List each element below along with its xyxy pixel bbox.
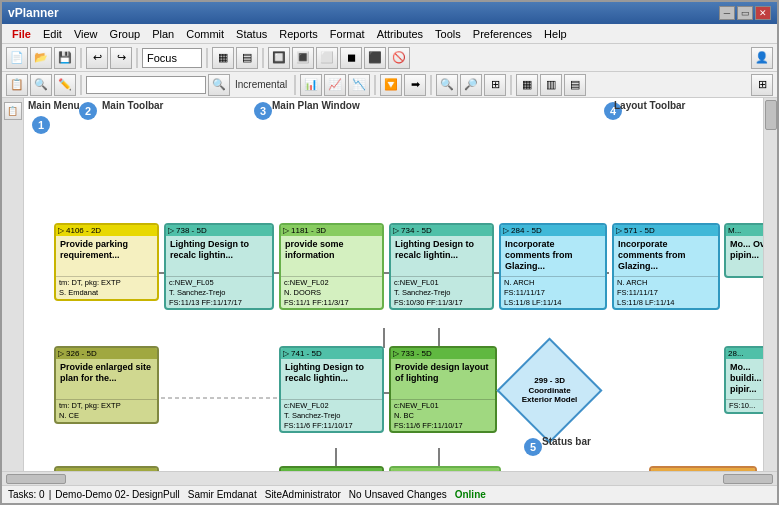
card-id: 284 - 5D [511,226,542,235]
card-icon: ▷ [616,226,622,235]
tb2-btn1[interactable]: 📋 [6,74,28,96]
title-bar: vPlanner ─ ▭ ✕ [2,2,777,24]
annotation-group-3: 3 [254,102,272,120]
grid2-button[interactable]: ▤ [236,47,258,69]
tool5-button[interactable]: ⬛ [364,47,386,69]
zoom-fit-btn[interactable]: ⊞ [484,74,506,96]
minimize-button[interactable]: ─ [719,6,735,20]
hscroll-thumb2[interactable] [723,474,773,484]
card-icon: ▷ [393,349,399,358]
menu-file[interactable]: File [6,26,37,42]
zoom-in-btn[interactable]: 🔎 [460,74,482,96]
tool4-button[interactable]: ◼ [340,47,362,69]
view-btn3[interactable]: 📉 [348,74,370,96]
task-card-736[interactable]: ▷ 736 - 5D Provide design layout of ligh… [279,466,384,471]
card-icon: ▷ [58,226,64,235]
card-footer: c:NEW_FL05T. Sanchez-TrejoFS:11/13 FF:11… [166,276,272,308]
card-title: Mo... buildi... pipir... [726,359,763,399]
window-title: vPlanner [8,6,59,20]
tb2-btn3[interactable]: ✏️ [54,74,76,96]
task-card-732[interactable]: ▷ 732 - 3D New task - Create RPC layout … [389,466,501,471]
menu-reports[interactable]: Reports [273,26,324,42]
task-card-partial-2[interactable]: 28... Mo... buildi... pipir... FS:10... [724,346,763,414]
save-button[interactable]: 💾 [54,47,76,69]
task-card-4106[interactable]: ▷ 4106 - 2D Provide parking requirement.… [54,223,159,301]
task-card-284[interactable]: ▷ 284 - 5D Incorporate comments from Gla… [499,223,607,310]
card-icon: ▷ [58,349,64,358]
new-button[interactable]: 📄 [6,47,28,69]
menu-preferences[interactable]: Preferences [467,26,538,42]
close-button[interactable]: ✕ [755,6,771,20]
vscroll-thumb[interactable] [765,100,777,130]
card-id: 324 - 5D [66,469,97,471]
task-card-1181[interactable]: ▷ 1181 - 3D provide some information c:N… [279,223,384,310]
status-online: Online [455,489,486,500]
task-card-326[interactable]: ▷ 326 - 5D Provide enlarged site plan fo… [54,346,159,424]
card-icon: ▷ [283,469,289,471]
tb2-btn2[interactable]: 🔍 [30,74,52,96]
horizontal-scrollbar[interactable] [2,471,777,485]
menu-status[interactable]: Status [230,26,273,42]
menu-plan[interactable]: Plan [146,26,180,42]
card-id: 738 - 5D [176,226,207,235]
label-main-menu: Main Menu [28,100,80,111]
layout-btn2[interactable]: ▥ [540,74,562,96]
search-input[interactable] [86,76,206,94]
main-window: vPlanner ─ ▭ ✕ File Edit View Group Plan… [0,0,779,505]
zoom-out-btn[interactable]: 🔍 [436,74,458,96]
undo-button[interactable]: ↩ [86,47,108,69]
task-card-571[interactable]: ▷ 571 - 5D Incorporate comments from Gla… [612,223,720,310]
sort-btn[interactable]: ➡ [404,74,426,96]
sidebar-btn1[interactable]: 📋 [4,102,22,120]
card-icon: ▷ [283,349,289,358]
open-button[interactable]: 📂 [30,47,52,69]
hscroll-thumb[interactable] [6,474,66,484]
tool1-button[interactable]: 🔲 [268,47,290,69]
task-card-partial-1[interactable]: M... Mo... Ov... pipin... [724,223,763,278]
card-title: Mo... Ov... pipin... [726,236,763,276]
menu-edit[interactable]: Edit [37,26,68,42]
focus-box[interactable]: Focus [142,48,202,68]
user-button[interactable]: 👤 [751,47,773,69]
task-card-315[interactable]: ▷ 315 - 1D Ceiling coordination meeting … [649,466,757,471]
card-id: 326 - 5D [66,349,97,358]
filter-btn[interactable]: 🔽 [380,74,402,96]
card-footer: tm: DT, pkg: EXTPS. Emdanat [56,276,157,299]
task-card-741[interactable]: ▷ 741 - 5D Lighting Design to recalc lig… [279,346,384,433]
card-title: Incorporate comments from Glazing... [614,236,718,276]
restore-button[interactable]: ▭ [737,6,753,20]
status-separator1: | [49,489,52,500]
menu-group[interactable]: Group [104,26,147,42]
menu-help[interactable]: Help [538,26,573,42]
menu-format[interactable]: Format [324,26,371,42]
task-card-324[interactable]: ▷ 324 - 5D Provide single line diagram f… [54,466,159,471]
vertical-scrollbar[interactable] [763,98,777,471]
plan-canvas[interactable]: 1 Main Menu [24,98,763,471]
menu-commit[interactable]: Commit [180,26,230,42]
view-btn1[interactable]: 📊 [300,74,322,96]
layout-btn3[interactable]: ▤ [564,74,586,96]
card-id: 1181 - 3D [291,226,326,235]
more-btn[interactable]: ⊞ [751,74,773,96]
card-id: 571 - 5D [624,226,655,235]
redo-button[interactable]: ↪ [110,47,132,69]
card-footer: c:NEW_FL02N. DOORSFS:11/1 FF:11/3/17 [281,276,382,308]
tool6-button[interactable]: 🚫 [388,47,410,69]
grid1-button[interactable]: ▦ [212,47,234,69]
status-project: Demo-Demo 02- DesignPull [55,489,180,500]
menu-tools[interactable]: Tools [429,26,467,42]
view-btn2[interactable]: 📈 [324,74,346,96]
task-card-738[interactable]: ▷ 738 - 5D Lighting Design to recalc lig… [164,223,274,310]
menu-attributes[interactable]: Attributes [371,26,429,42]
layout-btn1[interactable]: ▦ [516,74,538,96]
search-button[interactable]: 🔍 [208,74,230,96]
separator-9 [510,75,512,95]
menu-view[interactable]: View [68,26,104,42]
tool2-button[interactable]: 🔳 [292,47,314,69]
task-card-733[interactable]: ▷ 733 - 5D Provide design layout of ligh… [389,346,497,433]
tool3-button[interactable]: ⬜ [316,47,338,69]
task-card-299[interactable]: 299 - 3D Coordinate Exterior Model [496,337,602,443]
card-footer: c:NEW_FL02T. Sanchez-TrejoFS:11/6 FF:11/… [281,399,382,431]
secondary-toolbar: 📋 🔍 ✏️ 🔍 Incremental 📊 📈 📉 🔽 ➡ 🔍 🔎 ⊞ ▦ ▥… [2,72,777,98]
task-card-734[interactable]: ▷ 734 - 5D Lighting Design to recalc lig… [389,223,494,310]
